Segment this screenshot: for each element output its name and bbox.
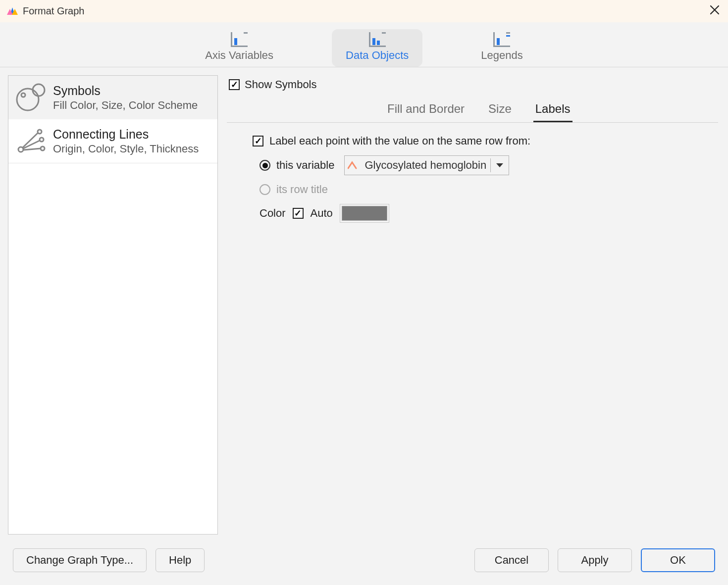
sidebar: Symbols Fill Color, Size, Color Scheme C… <box>8 75 218 535</box>
sidebar-item-title: Symbols <box>53 84 198 98</box>
app-logo-icon <box>7 6 18 16</box>
svg-point-8 <box>38 130 42 134</box>
auto-label: Auto <box>311 207 333 220</box>
svg-marker-13 <box>496 163 503 167</box>
this-variable-label: this variable <box>276 159 334 172</box>
dropdown-arrow-icon <box>491 156 509 175</box>
content-panel: Show Symbols Fill and Border Size Labels… <box>225 75 720 535</box>
apply-button[interactable]: Apply <box>558 548 632 572</box>
close-button[interactable] <box>709 4 720 17</box>
row-title-radio <box>260 184 270 195</box>
svg-line-11 <box>23 148 41 150</box>
show-symbols-label: Show Symbols <box>245 78 317 91</box>
window-title: Format Graph <box>23 5 84 17</box>
tab-label: Axis Variables <box>205 49 273 62</box>
this-variable-radio[interactable] <box>260 160 270 171</box>
color-swatch <box>342 206 387 221</box>
legends-icon <box>493 32 510 47</box>
tab-label: Legends <box>481 49 522 62</box>
auto-color-checkbox[interactable] <box>293 208 304 219</box>
variable-series-icon <box>345 161 364 170</box>
subtab-fill-border[interactable]: Fill and Border <box>385 98 467 122</box>
svg-point-4 <box>21 93 25 97</box>
tab-axis-variables[interactable]: Axis Variables <box>191 29 287 67</box>
tab-data-objects[interactable]: Data Objects <box>332 29 422 67</box>
svg-point-12 <box>41 146 45 150</box>
symbols-icon <box>15 83 46 112</box>
top-tabs: Axis Variables Data Objects Legends <box>0 22 728 67</box>
sidebar-item-subtitle: Fill Color, Size, Color Scheme <box>53 99 198 112</box>
row-title-label: its row title <box>276 183 328 196</box>
color-label: Color <box>260 207 286 220</box>
subtab-labels[interactable]: Labels <box>533 98 572 122</box>
ok-button[interactable]: OK <box>641 548 715 572</box>
sidebar-item-connecting-lines[interactable]: Connecting Lines Origin, Color, Style, T… <box>8 119 217 163</box>
svg-point-6 <box>18 147 23 152</box>
titlebar: Format Graph <box>0 0 728 22</box>
change-graph-type-button[interactable]: Change Graph Type... <box>13 548 147 572</box>
variable-dropdown[interactable]: Glycosylated hemoglobin <box>344 155 509 175</box>
color-swatch-button[interactable] <box>340 204 389 223</box>
tab-label: Data Objects <box>346 49 409 62</box>
help-button[interactable]: Help <box>156 548 205 572</box>
variable-dropdown-value: Glycosylated hemoglobin <box>364 159 490 172</box>
subtabs: Fill and Border Size Labels <box>227 96 718 123</box>
cancel-button[interactable]: Cancel <box>474 548 549 572</box>
axis-variables-icon <box>231 32 248 47</box>
sidebar-item-title: Connecting Lines <box>53 127 199 142</box>
data-objects-icon <box>369 32 386 47</box>
tab-legends[interactable]: Legends <box>467 29 536 67</box>
show-symbols-checkbox[interactable] <box>229 79 240 90</box>
connecting-lines-icon <box>15 126 46 156</box>
sidebar-item-symbols[interactable]: Symbols Fill Color, Size, Color Scheme <box>8 75 218 120</box>
subtab-size[interactable]: Size <box>486 98 514 122</box>
sidebar-item-subtitle: Origin, Color, Style, Thickness <box>53 143 199 155</box>
svg-point-10 <box>40 138 44 142</box>
label-each-checkbox[interactable] <box>253 136 263 146</box>
svg-point-3 <box>17 89 39 110</box>
label-each-text: Label each point with the value on the s… <box>269 135 530 147</box>
footer: Change Graph Type... Help Cancel Apply O… <box>0 540 728 585</box>
